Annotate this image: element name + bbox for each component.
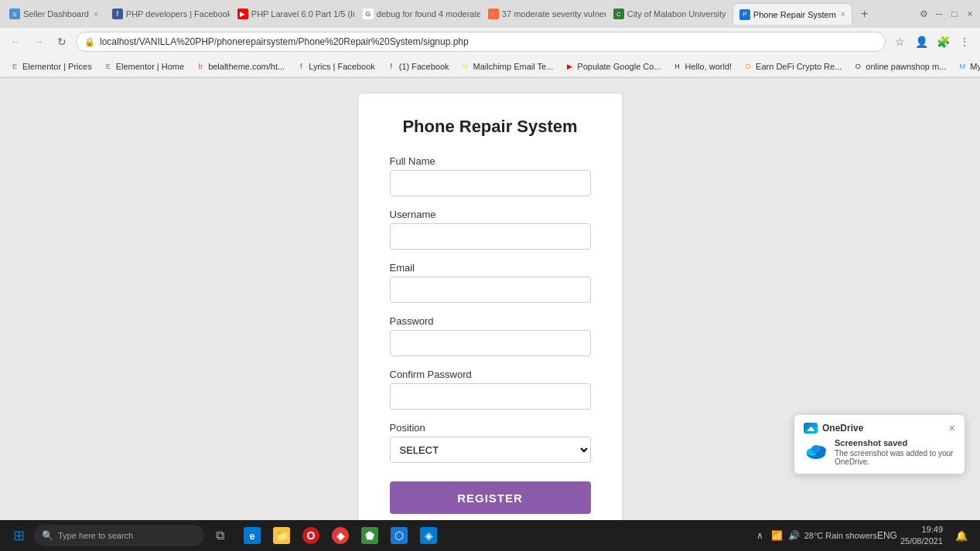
bookmark-label: (1) Facebook xyxy=(399,62,449,71)
system-tray: ∧ 📶 🔊 28°C Rain showers ENG xyxy=(753,529,894,542)
taskbar-app2[interactable]: ⬟ xyxy=(356,522,384,549)
email-group: Email xyxy=(390,262,591,303)
tab-close-seller[interactable]: × xyxy=(94,10,98,19)
tab-debug[interactable]: G debug for found 4 moderate severi... × xyxy=(357,3,480,25)
tab-favicon-phone: P xyxy=(739,9,750,20)
register-button[interactable]: REGISTER xyxy=(390,481,591,514)
task-view-button[interactable]: ⧉ xyxy=(207,523,232,548)
tab-label-seller: Seller Dashboard xyxy=(23,9,89,19)
tab-city[interactable]: C City of Malabon University × xyxy=(607,3,731,25)
bookmark-label: belaltheme.com/ht... xyxy=(208,62,285,71)
tab-label-city: City of Malabon University xyxy=(627,9,726,19)
settings-icon[interactable]: ⚙ xyxy=(917,7,930,21)
taskbar-search-placeholder: Type here to search xyxy=(58,531,133,540)
full-name-group: Full Name xyxy=(390,155,591,196)
extensions-icon[interactable]: 🧩 xyxy=(934,32,952,51)
bookmark-favicon-lyrics: f xyxy=(295,61,306,72)
signup-form-card: Phone Repair System Full Name Username E… xyxy=(359,94,622,520)
bookmark-pawnshop1[interactable]: O online pawnshop m... xyxy=(849,60,949,73)
username-input[interactable] xyxy=(390,223,591,250)
app1-icon: ◆ xyxy=(332,527,349,544)
menu-button[interactable]: ⋮ xyxy=(955,32,974,51)
tab-favicon-seller: S xyxy=(9,9,20,19)
tab-favicon-yt: ▶ xyxy=(237,9,248,19)
tab-label-vuln: 37 moderate severity vulnerabilities -..… xyxy=(502,9,606,19)
bookmark-favicon-mycourses: M xyxy=(957,61,968,72)
tab-phone[interactable]: P Phone Repair System × xyxy=(732,3,852,25)
restore-button[interactable]: □ xyxy=(948,7,961,21)
bookmark-belal[interactable]: b belaltheme.com/ht... xyxy=(192,60,288,73)
bookmark-elementor-prices[interactable]: E Elementor | Prices xyxy=(6,60,95,73)
taskbar-right: ∧ 📶 🔊 28°C Rain showers ENG 19:49 25/08/… xyxy=(753,523,974,548)
bookmark-elementor-home[interactable]: E Elementor | Home xyxy=(100,60,187,73)
taskbar-edge-app[interactable]: e xyxy=(238,522,266,549)
taskbar-apps: e 📁 O ◆ ⬟ ⬡ ◈ xyxy=(238,522,442,549)
notification-bell-icon[interactable]: 🔔 xyxy=(949,523,974,548)
bookmark-hello[interactable]: H Hello, world! xyxy=(669,60,736,73)
nav-bar: ← → ↻ 🔒 localhost/VANILLA%20PHP/phonerep… xyxy=(0,28,980,56)
bookmark-mycourses[interactable]: M My Courses xyxy=(954,60,980,73)
bookmark-mailchimp[interactable]: M Mailchimp Email Te... xyxy=(457,60,557,73)
tab-label-fb-dev: PHP developers | Facebook xyxy=(126,9,230,19)
app3-icon: ⬡ xyxy=(391,527,408,544)
bookmark-label: Elementor | Home xyxy=(116,62,184,71)
bookmark-defi[interactable]: D Earn DeFi Crypto Re... xyxy=(739,60,845,73)
bookmark-label: online pawnshop m... xyxy=(866,62,946,71)
password-group: Password xyxy=(390,315,591,356)
taskbar-explorer-app[interactable]: 📁 xyxy=(268,522,295,549)
tab-label-phone: Phone Repair System xyxy=(753,10,836,19)
confirm-password-input[interactable] xyxy=(390,383,591,410)
bookmark-favicon-elementor: E xyxy=(9,61,20,72)
tab-seller[interactable]: S Seller Dashboard × xyxy=(3,3,104,25)
position-label: Position xyxy=(390,422,591,434)
forward-button[interactable]: → xyxy=(29,32,48,51)
taskbar-app3[interactable]: ⬡ xyxy=(385,522,413,549)
onedrive-notification: OneDrive × Screenshot saved The screensh… xyxy=(794,415,965,474)
bookmark-label: Populate Google Co... xyxy=(577,62,661,71)
notification-close-button[interactable]: × xyxy=(949,423,955,434)
bookmark-lyrics-fb[interactable]: f Lyrics | Facebook xyxy=(292,60,378,73)
windows-start-button[interactable]: ⊞ xyxy=(6,523,31,548)
app2-icon: ⬟ xyxy=(361,527,378,544)
bookmark-label: Earn DeFi Crypto Re... xyxy=(756,62,842,71)
lang-label: ENG xyxy=(880,529,894,542)
tab-laravel[interactable]: ▶ PHP Laravel 6.0 Part 1/5 (Installati..… xyxy=(231,3,355,25)
new-tab-button[interactable]: + xyxy=(854,3,876,25)
weather-text: 28°C Rain showers xyxy=(804,531,877,540)
cloud-icon xyxy=(804,438,828,463)
bookmark-label: Mailchimp Email Te... xyxy=(473,62,554,71)
position-select[interactable]: SELECT Admin Technician Cashier xyxy=(390,437,591,463)
minimize-button[interactable]: ─ xyxy=(932,7,946,21)
tab-label-debug: debug for found 4 moderate severi... xyxy=(377,9,480,19)
tab-close-phone[interactable]: × xyxy=(841,10,845,19)
tab-fb-dev[interactable]: f PHP developers | Facebook × xyxy=(106,3,230,25)
bookmark-favicon-hello: H xyxy=(672,61,683,72)
reload-button[interactable]: ↻ xyxy=(53,32,71,51)
security-lock-icon: 🔒 xyxy=(84,37,95,47)
password-input[interactable] xyxy=(390,330,591,356)
bookmark-populate[interactable]: ▶ Populate Google Co... xyxy=(561,60,664,73)
back-button[interactable]: ← xyxy=(6,32,25,51)
email-input[interactable] xyxy=(390,277,591,303)
taskbar-app1[interactable]: ◆ xyxy=(326,522,354,549)
profile-icon[interactable]: 👤 xyxy=(912,32,930,51)
close-button[interactable]: × xyxy=(963,7,977,21)
full-name-label: Full Name xyxy=(390,155,591,167)
bookmark-favicon-pawnshop1: O xyxy=(852,61,863,72)
url-text: localhost/VANILLA%20PHP/phonerepairsyste… xyxy=(100,36,877,47)
taskbar-opera-app[interactable]: O xyxy=(297,522,325,549)
system-clock[interactable]: 19:49 25/08/2021 xyxy=(900,524,943,548)
bookmark-favicon-mailchimp: M xyxy=(460,61,471,72)
tab-favicon-fb: f xyxy=(112,9,123,19)
bookmark-fb[interactable]: f (1) Facebook xyxy=(383,60,452,73)
explorer-icon: 📁 xyxy=(273,527,290,544)
address-bar[interactable]: 🔒 localhost/VANILLA%20PHP/phonerepairsys… xyxy=(76,32,886,52)
tab-vuln[interactable]: ! 37 moderate severity vulnerabilities -… xyxy=(482,3,606,25)
taskbar-vscode-app[interactable]: ◈ xyxy=(415,522,442,549)
bookmark-label: Elementor | Prices xyxy=(22,62,92,71)
expand-tray-icon[interactable]: ∧ xyxy=(753,529,767,542)
bookmark-icon[interactable]: ☆ xyxy=(890,32,909,51)
taskbar-search-box[interactable]: 🔍 Type here to search xyxy=(34,525,204,546)
full-name-input[interactable] xyxy=(390,170,591,196)
vscode-icon: ◈ xyxy=(420,527,437,544)
